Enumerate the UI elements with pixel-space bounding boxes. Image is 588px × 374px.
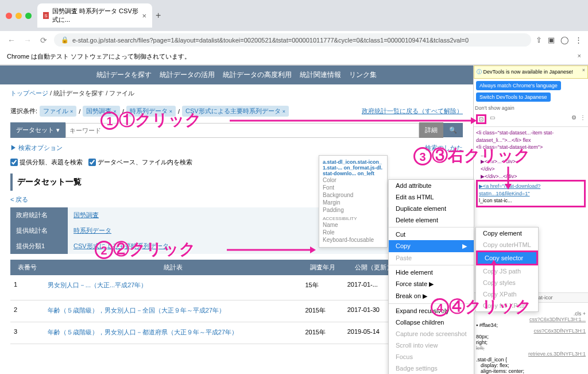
sub-copy-styles[interactable]: Copy styles — [476, 277, 538, 288]
close-banner-icon[interactable]: × — [578, 52, 581, 61]
extensions-icon[interactable]: ▣ — [548, 36, 555, 44]
tooltip-title: a.stat-dl_icon.stat-icon_1.stat-... on_f… — [323, 159, 384, 176]
ctx-collapse[interactable]: Collapse children — [389, 317, 474, 328]
ctx-copy[interactable]: Copy▶ — [389, 240, 474, 252]
checkbox-database[interactable]: データベース、ファイル内を検索 — [88, 158, 192, 167]
css-link[interactable]: retrieve.cs.3DfNYFL3H:1 — [476, 351, 586, 357]
row-year: 15年 — [302, 275, 344, 300]
close-window[interactable] — [6, 13, 12, 19]
filter-chip[interactable]: 国勢調査× — [83, 106, 119, 117]
banner-text: DevTools is now available in Japanese! — [483, 69, 574, 75]
info-link[interactable]: 国勢調査 — [74, 211, 99, 218]
browser-tab[interactable]: S 国勢調査 時系列データ CSV形式に... × — [37, 3, 152, 28]
ctx-add-attribute[interactable]: Add attribute — [389, 180, 474, 191]
url-text: e-stat.go.jp/stat-search/files?page=1&la… — [72, 37, 469, 44]
menu-icon[interactable]: ⋮ — [575, 36, 582, 44]
nav-item[interactable]: 統計データの高度利用 — [223, 70, 292, 80]
info-link[interactable]: CSV形式による主要時系列データ — [74, 242, 169, 249]
sub-copy-selector[interactable]: Copy selector — [476, 250, 538, 265]
forward-icon: → — [22, 36, 33, 45]
nav-item[interactable]: 統計データを探す — [96, 70, 152, 80]
ctx-break-on[interactable]: Break on ▶ — [389, 290, 474, 302]
inspect-icon[interactable]: ⊡ — [476, 114, 486, 124]
dataset-button[interactable]: データセット ▾ — [10, 122, 65, 138]
tooltip-prop: Padding — [323, 206, 384, 214]
css-link[interactable]: css?C6x3DfNYFL3H:1... — [476, 317, 586, 322]
settings-icon[interactable]: ⚙ — [571, 114, 577, 124]
nav-item[interactable]: 統計関連情報 — [300, 70, 341, 80]
favicon: S — [43, 12, 49, 19]
sub-copy-jspath[interactable]: Copy JS path — [476, 265, 538, 277]
row-link[interactable]: 年齢（５歳階級），男女別人口－都道府県（大正９年～平成27年） — [48, 329, 238, 336]
profile-icon[interactable]: ◯ — [560, 36, 569, 44]
breadcrumb-text: 統計データを探す — [53, 90, 104, 97]
css-value: right; — [476, 340, 488, 345]
checkbox-classify[interactable]: 提供分類、表題を検索 — [10, 158, 83, 167]
ctx-force-state[interactable]: Force state ▶ — [389, 278, 474, 290]
switch-japanese-button[interactable]: Switch DevTools to Japanese — [476, 92, 551, 102]
sub-copy-outerhtml[interactable]: Copy outerHTML — [476, 239, 538, 250]
address-bar: ← → ⟳ 🔒 e-stat.go.jp/stat-search/files?p… — [0, 31, 588, 49]
tooltip-prop: Background — [323, 191, 384, 199]
tree-node[interactable]: <li class="stat-dataset...-item stat-dat… — [476, 129, 586, 144]
dont-show-link[interactable]: Don't show again — [474, 104, 588, 112]
tree-node[interactable]: ... — [481, 151, 586, 159]
svg-marker-1 — [471, 117, 477, 124]
sub-copy-full-xpath[interactable]: Copy full XPath — [476, 300, 538, 311]
css-prop: display: flex; — [481, 363, 586, 368]
reload-icon[interactable]: ⟳ — [38, 36, 49, 45]
row-link[interactable]: 年齢（５歳階級），男女別人口－全国（大正９年～平成27年） — [48, 307, 225, 314]
row-year: 2015年 — [302, 322, 344, 344]
tree-node[interactable]: <li class="stat-dataset-item"> — [476, 144, 586, 151]
info-link[interactable]: 時系列データ — [74, 227, 111, 234]
ctx-delete[interactable]: Delete element — [389, 214, 474, 226]
ctx-badge: Badge settings — [389, 363, 474, 374]
ctx-duplicate[interactable]: Duplicate element — [389, 203, 474, 214]
tree-node[interactable]: </div> — [481, 165, 586, 173]
devtools-toolbar: ⊡ ▭ ⚙ ⋮ — [474, 112, 588, 127]
info-icon: ⓘ — [477, 69, 482, 75]
add-tab-icon[interactable]: + — [156, 10, 161, 21]
css-value: left; — [476, 345, 485, 351]
ctx-scroll: Scroll into view — [389, 340, 474, 351]
ctx-cut[interactable]: Cut — [389, 229, 474, 240]
sub-copy-xpath[interactable]: Copy XPath — [476, 288, 538, 300]
minimize-window[interactable] — [16, 13, 22, 19]
css-link[interactable]: css?C6x3DfNYFL3H:1 — [476, 328, 586, 334]
tree-node[interactable]: ▶</div>...</div> — [481, 173, 586, 180]
svg-marker-3 — [310, 246, 316, 253]
breadcrumb-link[interactable]: トップページ — [10, 90, 48, 97]
maximize-window[interactable] — [25, 13, 32, 19]
row-link[interactable]: 男女別人口－...（大正...平成27年） — [48, 282, 148, 288]
ctx-edit-html[interactable]: Edit as HTML — [389, 191, 474, 203]
row-no: 3 — [10, 322, 44, 344]
more-icon[interactable]: ⋮ — [580, 114, 586, 124]
device-icon[interactable]: ▭ — [490, 114, 495, 124]
devtools-panel: ⓘ DevTools is now available in Japanese!… — [473, 65, 588, 374]
ctx-focus: Focus — [389, 351, 474, 363]
options-link[interactable]: ▶ 検索オプション — [10, 144, 63, 152]
ctx-hide[interactable]: Hide element — [389, 267, 474, 278]
ctx-capture: Capture node screenshot — [389, 328, 474, 340]
share-icon[interactable]: ⇧ — [536, 36, 542, 44]
nav-item[interactable]: 統計データの活用 — [160, 70, 215, 80]
devtools-banner: ⓘ DevTools is now available in Japanese!… — [474, 65, 588, 79]
filter-reset-link[interactable]: 政府統計一覧に戻る（すべて解除） — [362, 107, 463, 115]
close-tab-icon[interactable]: × — [142, 11, 146, 20]
traffic-lights — [6, 13, 32, 19]
howto-link[interactable]: 検索のしかた — [425, 144, 463, 152]
close-icon[interactable]: × — [582, 67, 585, 73]
selected-element[interactable]: ▶<a href="/stat-download?statIn...10&fil… — [476, 180, 586, 207]
col-header: 調査年月 — [302, 260, 344, 275]
ctx-expand[interactable]: Expand recursively — [389, 305, 474, 317]
nav-item[interactable]: リンク集 — [349, 70, 377, 80]
back-icon[interactable]: ← — [6, 36, 17, 45]
sub-copy-element[interactable]: Copy element — [476, 228, 538, 239]
tree-node[interactable]: ▶<div>...</div> — [481, 158, 586, 165]
filter-chip[interactable]: 時系列データ× — [126, 106, 176, 117]
always-match-button[interactable]: Always match Chrome's language — [476, 81, 561, 90]
filter-chip[interactable]: ファイル× — [40, 106, 76, 117]
ctx-paste: Paste — [389, 252, 474, 264]
context-menu: Add attribute Edit as HTML Duplicate ele… — [388, 179, 474, 374]
url-input[interactable]: 🔒 e-stat.go.jp/stat-search/files?page=1&… — [54, 33, 531, 47]
